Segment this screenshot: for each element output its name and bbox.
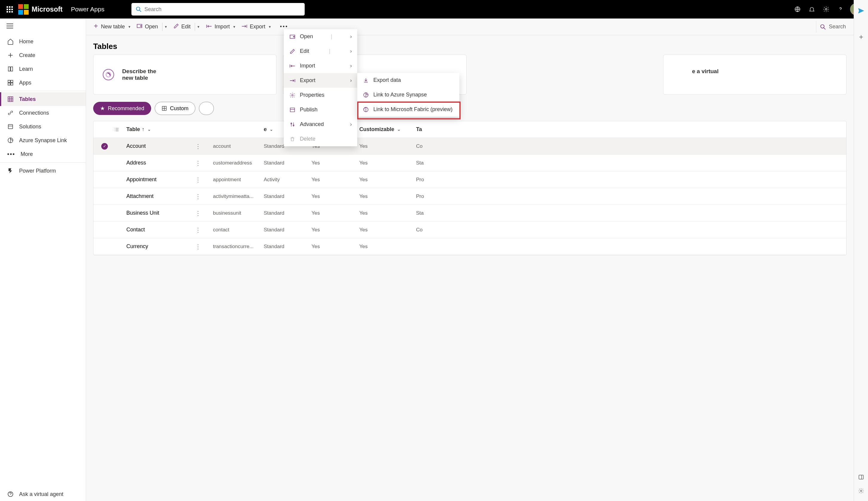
cm-link-synapse[interactable]: Link to Azure Synapse — [357, 87, 459, 102]
page-title: Tables — [86, 35, 854, 55]
nav-home[interactable]: Home — [0, 35, 86, 49]
svg-point-8 — [860, 490, 862, 492]
table-search[interactable]: Search — [816, 21, 849, 33]
left-nav: Home Create Learn Apps Tables Connection… — [0, 19, 86, 501]
cell-managed: Yes — [311, 210, 359, 216]
waffle-icon[interactable] — [7, 6, 13, 12]
svg-point-49 — [292, 94, 293, 96]
global-search[interactable] — [131, 3, 305, 15]
cm-link-fabric[interactable]: Link to Microsoft Fabric (preview) — [357, 102, 459, 117]
nav-power-platform[interactable]: Power Platform — [0, 164, 86, 178]
chevron-down-icon[interactable]: ▾ — [165, 24, 167, 29]
card-label: new table — [122, 75, 156, 81]
row-actions-button[interactable]: ⋮ — [195, 143, 213, 150]
nav-create[interactable]: Create — [0, 49, 86, 62]
nav-apps[interactable]: Apps — [0, 76, 86, 89]
cm-export-data[interactable]: Export data — [357, 73, 459, 87]
table-row[interactable]: Attachment⋮activitymimeatta...StandardYe… — [94, 188, 846, 205]
cm-edit[interactable]: Edit | › — [284, 44, 357, 58]
pill-recommended[interactable]: ★ Recommended — [93, 102, 151, 115]
cm-properties[interactable]: Properties — [284, 88, 357, 103]
row-actions-button[interactable]: ⋮ — [195, 210, 213, 217]
row-actions-button[interactable]: ⋮ — [195, 193, 213, 200]
table-row[interactable]: Appointment⋮appointmentActivityYesYesPro — [94, 171, 846, 188]
cm-advanced[interactable]: Advanced › — [284, 117, 357, 132]
row-actions-button[interactable]: ⋮ — [195, 243, 213, 250]
card-describe-table[interactable]: Describe the new table — [93, 55, 277, 95]
nav-tables[interactable]: Tables — [0, 92, 86, 106]
pill-more[interactable] — [199, 102, 214, 115]
nav-label: Ask a virtual agent — [19, 491, 63, 498]
pill-custom[interactable]: Custom — [155, 102, 195, 115]
hamburger-button[interactable] — [0, 19, 86, 35]
chevron-down-icon[interactable]: ▾ — [198, 24, 200, 29]
nav-label: Apps — [19, 80, 31, 86]
chevron-down-icon: ▾ — [233, 24, 235, 29]
cm-import[interactable]: Import › — [284, 58, 357, 73]
rail-settings-icon[interactable] — [856, 486, 866, 495]
nav-virtual-agent[interactable]: Ask a virtual agent — [0, 487, 86, 501]
cm-export[interactable]: Export › — [284, 73, 357, 88]
global-search-input[interactable] — [145, 6, 300, 12]
import-button[interactable]: Import ▾ — [203, 22, 239, 32]
add-icon[interactable] — [856, 32, 866, 42]
sliders-icon — [289, 121, 296, 128]
open-button[interactable]: Open — [134, 22, 161, 32]
download-icon — [363, 77, 369, 83]
table-row[interactable]: Address⋮customeraddressStandardYesYesSta — [94, 154, 846, 171]
pill-label: Custom — [170, 105, 189, 112]
environment-icon[interactable] — [790, 2, 805, 17]
cell-sysname: appointment — [213, 177, 264, 183]
nav-azure-synapse[interactable]: Azure Synapse Link — [0, 134, 86, 147]
new-table-button[interactable]: New table ▾ — [90, 21, 134, 32]
nav-more[interactable]: ••• More — [0, 147, 86, 161]
table-row[interactable]: Currency⋮transactioncurre...StandardYesY… — [94, 238, 846, 255]
cell-sysname: account — [213, 143, 264, 149]
cell-tag: Pro — [416, 193, 440, 200]
card-virtual[interactable]: e a virtual — [663, 55, 847, 95]
svg-rect-18 — [8, 97, 13, 102]
edit-button[interactable]: Edit — [171, 21, 193, 32]
row-actions-button[interactable]: ⋮ — [195, 226, 213, 234]
select-all[interactable] — [114, 127, 126, 132]
table-row[interactable]: ✓Account⋮accountStandardYesYesCo — [94, 138, 846, 154]
cell-name: Business Unit — [126, 210, 195, 216]
nav-learn[interactable]: Learn — [0, 62, 86, 76]
button-label: Open — [145, 24, 158, 30]
cm-open[interactable]: Open | › — [284, 29, 357, 44]
cell-customizable: Yes — [359, 210, 416, 216]
cell-tag: Sta — [416, 160, 440, 166]
export-icon — [289, 78, 296, 83]
nav-connections[interactable]: Connections — [0, 106, 86, 120]
col-tags[interactable]: Ta — [416, 126, 440, 132]
col-table[interactable]: Table ↑ ⌄ — [126, 126, 195, 132]
chevron-down-icon: ⌄ — [270, 127, 273, 132]
row-actions-button[interactable]: ⋮ — [195, 176, 213, 183]
col-customizable[interactable]: Customizable ⌄ — [359, 126, 416, 132]
cell-managed: Yes — [311, 244, 359, 249]
cm-publish[interactable]: Publish — [284, 103, 357, 117]
cell-tag: Co — [416, 227, 440, 233]
card-label: Describe the — [122, 68, 156, 75]
help-icon[interactable] — [833, 2, 848, 17]
cell-type: Activity — [264, 177, 311, 183]
svg-rect-14 — [8, 80, 10, 82]
ai-icon — [100, 67, 116, 82]
trash-icon — [289, 136, 296, 142]
nav-solutions[interactable]: Solutions — [0, 120, 86, 134]
cell-customizable: Yes — [359, 227, 416, 233]
publish-icon — [289, 107, 296, 113]
notifications-icon[interactable] — [805, 2, 819, 17]
nav-label: Azure Synapse Link — [19, 137, 67, 143]
table-row[interactable]: Contact⋮contactStandardYesYesCo — [94, 222, 846, 238]
pencil-icon — [173, 23, 179, 30]
settings-icon[interactable] — [819, 2, 833, 17]
copilot-icon[interactable] — [856, 6, 866, 15]
cell-sysname: contact — [213, 227, 264, 233]
row-actions-button[interactable]: ⋮ — [195, 159, 213, 167]
tables-grid: Table ↑ ⌄ e ⌄ Managed ⌄ Customizable ⌄ T… — [93, 121, 847, 255]
table-row[interactable]: Business Unit⋮businessunitStandardYesYes… — [94, 205, 846, 222]
export-button[interactable]: Export ▾ — [239, 22, 274, 32]
panel-icon[interactable] — [856, 472, 866, 482]
card-label: e a virtual — [692, 68, 719, 75]
